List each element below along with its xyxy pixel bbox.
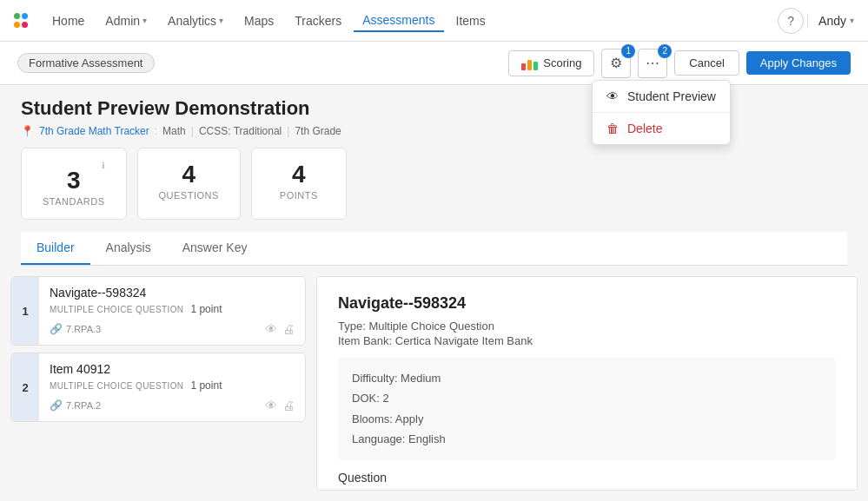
question-points-2: 1 point [190, 379, 222, 392]
question-title-2[interactable]: Item 40912 [50, 362, 295, 376]
stat-points: 4 POINTS [251, 148, 347, 220]
stat-info-icon: ℹ [102, 161, 105, 170]
stat-standards: ℹ 3 STANDARDS [21, 148, 127, 220]
question-points-1: 1 point [190, 303, 222, 315]
help-icon: ? [787, 14, 794, 28]
student-preview-label: Student Preview [627, 89, 716, 103]
dropdown-item-student-preview[interactable]: 👁 Student Preview [593, 81, 730, 112]
top-nav: Home Admin ▾ Analytics ▾ Maps Trackers A… [0, 0, 868, 42]
meta-sep2: | [191, 125, 194, 137]
standard-icon-1: 🔗 [50, 323, 63, 335]
page-header: Student Preview Demonstration 📍 7th Grad… [0, 85, 868, 266]
more-options-button[interactable]: ⋯ 2 [638, 49, 667, 78]
table-row: 2 Item 40912 MULTIPLE CHOICE QUESTION 1 … [10, 353, 306, 422]
eye-icon-1[interactable]: 👁 [265, 322, 277, 336]
print-icon-2[interactable]: 🖨 [282, 399, 295, 412]
detail-title: Navigate--598324 [338, 294, 836, 313]
scoring-label: Scoring [543, 56, 581, 69]
blooms-value: Apply [395, 412, 424, 425]
table-row: 1 Navigate--598324 MULTIPLE CHOICE QUEST… [10, 276, 306, 346]
eye-icon-2[interactable]: 👁 [265, 399, 277, 412]
dok-value: 2 [382, 392, 388, 405]
cancel-button[interactable]: Cancel [674, 50, 739, 76]
dok-row: DOK: 2 [352, 388, 822, 408]
nav-item-trackers[interactable]: Trackers [286, 10, 350, 31]
language-value: English [408, 432, 446, 445]
detail-bank: Item Bank: Certica Navigate Item Bank [338, 334, 836, 347]
settings-badge: 1 [621, 44, 635, 58]
tab-builder[interactable]: Builder [21, 232, 90, 265]
apply-changes-button[interactable]: Apply Changes [746, 51, 851, 75]
questions-label: QUESTIONS [159, 190, 219, 201]
nav-item-admin[interactable]: Admin ▾ [96, 10, 156, 31]
scoring-chart-icon [521, 56, 538, 70]
difficulty-row: Difficulty: Medium [352, 368, 822, 388]
question-title-1[interactable]: Navigate--598324 [50, 286, 295, 300]
toolbar: Formative Assessment Scoring ⚙ 1 ⋯ 2 Can… [0, 42, 868, 85]
question-list-panel: 1 Navigate--598324 MULTIPLE CHOICE QUEST… [10, 276, 306, 491]
language-row: Language: English [352, 429, 822, 449]
points-count: 4 [292, 161, 306, 188]
question-standard-1: 🔗 7.RPA.3 [50, 323, 101, 335]
blooms-row: Blooms: Apply [352, 409, 822, 429]
chevron-down-icon: ▾ [219, 16, 223, 25]
help-button[interactable]: ? [778, 8, 804, 34]
meta-standard: CCSS: Traditional [199, 125, 282, 137]
detail-type: Type: Multiple Choice Question [338, 320, 836, 333]
difficulty-value: Medium [401, 372, 441, 385]
more-icon: ⋯ [646, 55, 659, 71]
meta-subject: Math [162, 125, 186, 137]
tab-answer-key[interactable]: Answer Key [167, 232, 263, 265]
nav-item-home[interactable]: Home [43, 10, 93, 31]
stat-questions: 4 QUESTIONS [137, 148, 241, 220]
student-preview-icon: 👁 [606, 89, 619, 103]
dropdown-item-delete[interactable]: 🗑 Delete [593, 113, 730, 144]
meta-sep1: : [155, 125, 157, 137]
question-footer-1: 🔗 7.RPA.3 👁 🖨 [50, 322, 295, 336]
scoring-button[interactable]: Scoring [508, 50, 594, 76]
tab-analysis[interactable]: Analysis [90, 232, 167, 265]
nav-item-analytics[interactable]: Analytics ▾ [159, 10, 232, 31]
question-detail-panel: Navigate--598324 Type: Multiple Choice Q… [316, 276, 858, 491]
points-label: POINTS [280, 190, 318, 201]
nav-item-maps[interactable]: Maps [235, 10, 282, 31]
question-body-1: Navigate--598324 MULTIPLE CHOICE QUESTIO… [39, 277, 305, 345]
meta-sep3: | [287, 125, 289, 137]
detail-box: Difficulty: Medium DOK: 2 Blooms: Apply … [338, 358, 836, 460]
print-icon-1[interactable]: 🖨 [282, 322, 295, 336]
meta-grade: 7th Grade [295, 125, 341, 137]
questions-count: 4 [182, 161, 195, 188]
gear-icon: ⚙ [610, 55, 622, 71]
tracker-link[interactable]: 7th Grade Math Tracker [39, 125, 149, 137]
user-menu[interactable]: Andy ▾ [807, 14, 854, 28]
bank-value: Certica Navigate Item Bank [395, 334, 533, 347]
settings-button[interactable]: ⚙ 1 [601, 49, 631, 78]
question-body-2: Item 40912 MULTIPLE CHOICE QUESTION 1 po… [39, 353, 305, 421]
assessment-type-badge[interactable]: Formative Assessment [17, 53, 155, 73]
question-standard-2: 🔗 7.RPA.2 [50, 399, 101, 412]
split-area: 1 Navigate--598324 MULTIPLE CHOICE QUEST… [0, 266, 868, 501]
stats-row: ℹ 3 STANDARDS 4 QUESTIONS 4 POINTS [21, 148, 847, 220]
user-chevron-icon: ▾ [850, 16, 854, 25]
question-type-row-1: MULTIPLE CHOICE QUESTION 1 point [50, 303, 295, 315]
type-value: Multiple Choice Question [368, 320, 494, 333]
standards-label: STANDARDS [43, 196, 105, 207]
trash-icon: 🗑 [606, 122, 619, 135]
nav-item-items[interactable]: Items [447, 10, 494, 31]
bank-label: Item Bank: [338, 334, 392, 347]
location-icon: 📍 [21, 125, 34, 137]
nav-logo [14, 13, 30, 29]
type-label: Type: [338, 320, 366, 333]
user-name: Andy [818, 14, 846, 28]
nav-item-assessments[interactable]: Assessments [354, 10, 443, 32]
dropdown-menu: 👁 Student Preview 🗑 Delete [592, 80, 731, 145]
chevron-down-icon: ▾ [142, 16, 147, 25]
main-content: Student Preview Demonstration 📍 7th Grad… [0, 85, 868, 501]
more-badge: 2 [658, 44, 672, 58]
question-number-2: 2 [11, 353, 39, 421]
question-footer-2: 🔗 7.RPA.2 👁 🖨 [50, 399, 295, 412]
tab-bar: Builder Analysis Answer Key [21, 232, 847, 266]
standard-icon-2: 🔗 [50, 399, 63, 412]
delete-label: Delete [627, 122, 662, 135]
question-type-2: MULTIPLE CHOICE QUESTION [50, 381, 183, 391]
